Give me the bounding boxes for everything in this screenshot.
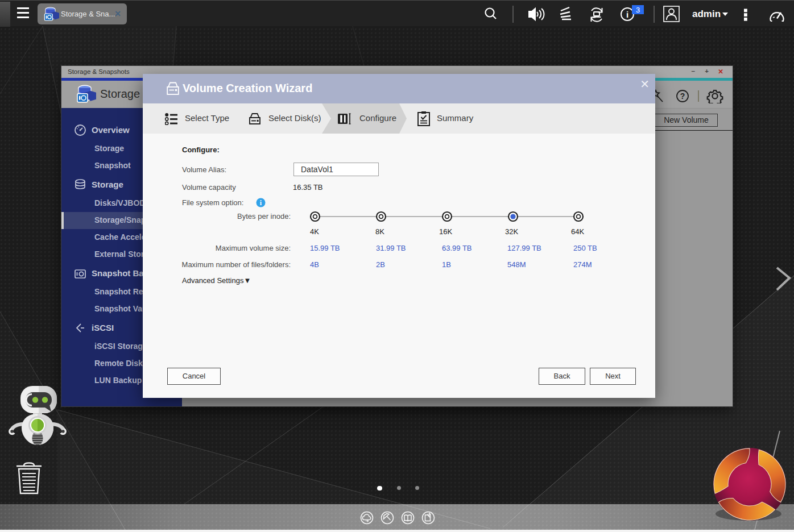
- svg-text:?: ?: [680, 92, 685, 101]
- svg-text:i: i: [626, 10, 628, 19]
- svg-text:3: 3: [636, 6, 640, 14]
- svg-text:admin: admin: [692, 9, 721, 19]
